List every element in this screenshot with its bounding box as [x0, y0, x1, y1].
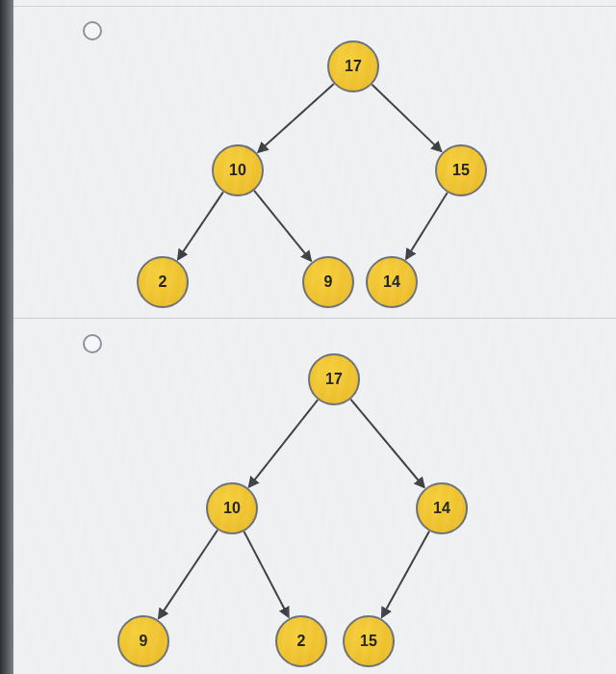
tree-node: 10	[212, 144, 264, 196]
tree-node-value: 14	[433, 500, 450, 517]
tree-edge	[159, 530, 218, 617]
tree-diagram-1: 1710152914	[13, 6, 616, 318]
tree-edge	[382, 531, 429, 617]
tree-edge	[249, 400, 318, 486]
tree-edge	[406, 193, 447, 258]
tree-node-value: 9	[140, 633, 148, 650]
tree-node-value: 17	[325, 371, 343, 388]
option-panel-2: 1710149215	[13, 319, 616, 674]
tree-edge	[244, 531, 288, 616]
tree-node-value: 15	[452, 162, 470, 179]
tree-node: 15	[343, 615, 395, 667]
tree-node: 15	[435, 144, 487, 196]
tree-node: 17	[308, 353, 360, 405]
tree-node-value: 2	[159, 273, 167, 291]
tree-node: 9	[302, 256, 354, 308]
tree-node-value: 14	[383, 273, 400, 291]
tree-node: 2	[275, 615, 327, 667]
tree-node-value: 2	[297, 633, 306, 650]
tree-node-value: 9	[324, 273, 333, 291]
tree-node: 9	[117, 615, 169, 667]
tree-diagram-2: 1710149215	[13, 319, 616, 674]
tree-node-value: 15	[360, 633, 377, 650]
tree-node-value: 10	[229, 162, 246, 179]
tree-node-value: 10	[223, 500, 241, 517]
tree-node-value: 17	[345, 58, 362, 75]
tree-node: 14	[416, 482, 468, 534]
page: 1710152914 1710149215	[0, 0, 616, 674]
tree-node: 17	[327, 40, 379, 92]
tree-edge	[372, 85, 441, 151]
tree-edge	[178, 192, 223, 259]
tree-edge	[254, 191, 311, 260]
tree-node: 10	[206, 482, 258, 534]
tree-node: 14	[366, 256, 418, 308]
tree-node: 2	[137, 256, 189, 308]
tree-edge	[350, 400, 424, 487]
option-panel-1: 1710152914	[13, 6, 616, 318]
tree-edge	[259, 84, 334, 152]
screen-edge	[0, 0, 13, 674]
paper-surface: 1710152914 1710149215	[13, 0, 616, 674]
